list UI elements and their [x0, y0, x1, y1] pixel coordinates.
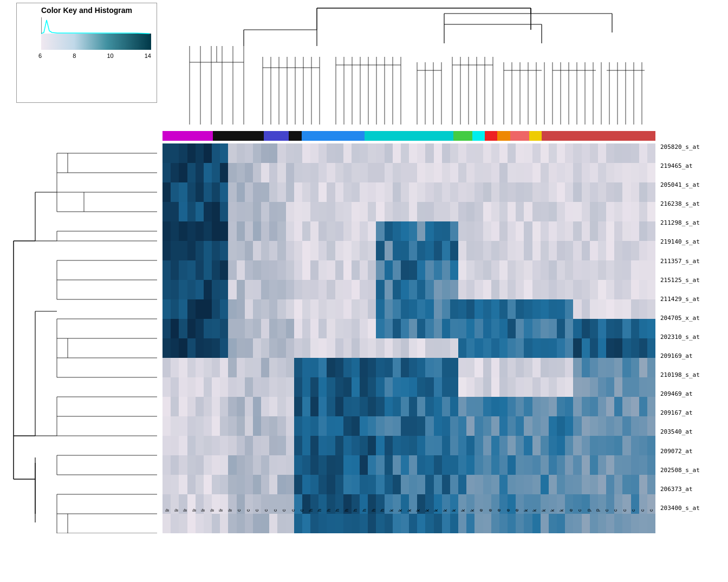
sample-label-26: kidney: [395, 509, 405, 512]
sample-label-25: kidney: [387, 509, 396, 512]
color-bar-darksalmon: [542, 131, 655, 141]
sample-label-0: liver: [162, 509, 172, 512]
sample-label-39: endometrium: [512, 509, 521, 512]
sample-label-38: endometrium: [503, 509, 512, 512]
color-bar-orange: [497, 131, 510, 141]
sample-label-17: hippocampus: [315, 509, 324, 512]
sample-label-22: hippocampus: [360, 509, 369, 512]
sample-label-10: cerebellum: [252, 509, 261, 512]
row-dendro: [3, 143, 160, 533]
gene-label-12: 210198_s_at: [660, 371, 725, 378]
sample-label-49: colon: [602, 509, 611, 512]
sample-label-37: endometrium: [494, 509, 503, 512]
gene-label-8: 211429_s_at: [660, 296, 725, 303]
sample-label-1: liver: [172, 509, 181, 512]
gene-label-15: 203540_at: [660, 428, 725, 435]
x-axis-labels: 6 8 10 14: [38, 53, 151, 59]
sample-label-40: kidney: [521, 509, 530, 512]
sample-label-5: liver: [207, 509, 217, 512]
sample-label-33: kidney: [458, 509, 467, 512]
sample-label-42: kidney: [539, 509, 548, 512]
sample-label-50: colon: [610, 509, 620, 512]
color-bar-green: [453, 131, 472, 141]
gene-label-2: 205041_s_at: [660, 181, 725, 188]
gene-label-1: 219465_at: [660, 162, 725, 169]
sample-label-51: colon: [620, 509, 629, 512]
sample-label-7: liver: [225, 509, 235, 512]
gene-label-10: 202310_s_at: [660, 333, 725, 341]
sample-label-36: endometrium: [485, 509, 495, 512]
svg-rect-0: [41, 34, 151, 50]
sample-label-20: hippocampus: [342, 509, 351, 512]
sample-label-18: hippocampus: [324, 509, 333, 512]
color-bar-salmon: [510, 131, 529, 141]
gene-label-11: 209169_at: [660, 352, 725, 359]
sample-label-48: placenta: [593, 509, 602, 512]
gene-label-9: 204705_x_at: [660, 315, 725, 322]
sample-label-4: liver: [198, 509, 207, 512]
color-bar-black2: [289, 131, 301, 141]
main-container: Color Key and Histogram: [0, 0, 728, 582]
sample-label-41: kidney: [530, 509, 539, 512]
sample-label-47: placenta: [584, 509, 593, 512]
sample-label-45: endometrium: [566, 509, 575, 512]
gene-label-3: 216238_s_at: [660, 200, 725, 207]
color-key-title: Color Key and Histogram: [17, 3, 157, 15]
gene-label-4: 211298_s_at: [660, 219, 725, 226]
sample-label-28: kidney: [413, 509, 422, 512]
gene-label-19: 203400_s_at: [660, 505, 725, 512]
sample-label-19: hippocampus: [333, 509, 342, 512]
col-dendro: [162, 3, 655, 130]
sample-label-27: kidney: [405, 509, 414, 512]
sample-label-6: liver: [216, 509, 225, 512]
color-bar-red: [485, 131, 497, 141]
sample-label-14: cerebellum: [288, 509, 297, 512]
sample-label-53: colon: [638, 509, 647, 512]
heatmap-canvas: [162, 143, 655, 533]
sample-label-8: cerebellum: [234, 509, 243, 512]
sample-label-9: cerebellum: [243, 509, 252, 512]
gene-label-0: 205820_s_at: [660, 143, 725, 151]
sample-label-3: liver: [190, 509, 199, 512]
color-bar-liver: [162, 131, 213, 141]
gene-label-16: 209072_at: [660, 448, 725, 455]
sample-label-46: colon: [575, 509, 584, 512]
color-bar: [162, 131, 655, 141]
color-bar-cerebellum: [213, 131, 263, 141]
gene-label-5: 219140_s_at: [660, 238, 725, 245]
color-bar-blue: [264, 131, 289, 141]
histogram-svg: [41, 17, 151, 53]
gene-labels: 205820_s_at219465_at205041_s_at216238_s_…: [658, 143, 725, 512]
sample-label-23: hippocampus: [369, 509, 378, 512]
color-bar-hippocampus: [302, 131, 365, 141]
sample-label-44: kidney: [557, 509, 566, 512]
sample-label-54: colon: [646, 509, 655, 512]
sample-label-30: kidney: [431, 509, 440, 512]
color-bar-kidney: [365, 131, 453, 141]
gene-label-17: 202508_s_at: [660, 467, 725, 474]
sample-label-15: cerebellum: [297, 509, 306, 512]
sample-label-13: cerebellum: [279, 509, 288, 512]
color-bar-yellow: [529, 131, 542, 141]
sample-label-24: hippocampus: [378, 509, 387, 512]
color-bar-cyan2: [472, 131, 485, 141]
sample-label-11: cerebellum: [261, 509, 270, 512]
sample-label-31: kidney: [440, 509, 450, 512]
sample-label-12: cerebellum: [270, 509, 280, 512]
sample-label-2: liver: [180, 509, 190, 512]
sample-label-43: kidney: [548, 509, 557, 512]
sample-label-32: kidney: [449, 509, 458, 512]
sample-label-21: hippocampus: [350, 509, 360, 512]
sample-label-16: hippocampus: [306, 509, 315, 512]
gene-label-14: 209167_at: [660, 409, 725, 416]
gene-label-7: 215125_s_at: [660, 277, 725, 284]
gene-label-6: 211357_s_at: [660, 258, 725, 265]
sample-label-52: colon: [628, 509, 638, 512]
sample-label-35: endometrium: [476, 509, 485, 512]
sample-label-29: kidney: [422, 509, 432, 512]
gene-label-13: 209469_at: [660, 390, 725, 397]
sample-label-34: kidney: [467, 509, 477, 512]
gene-label-18: 206373_at: [660, 486, 725, 493]
sample-labels-container: liverliverliverliverliverliverliverliver…: [162, 509, 655, 582]
color-key-box: Color Key and Histogram: [16, 3, 157, 103]
